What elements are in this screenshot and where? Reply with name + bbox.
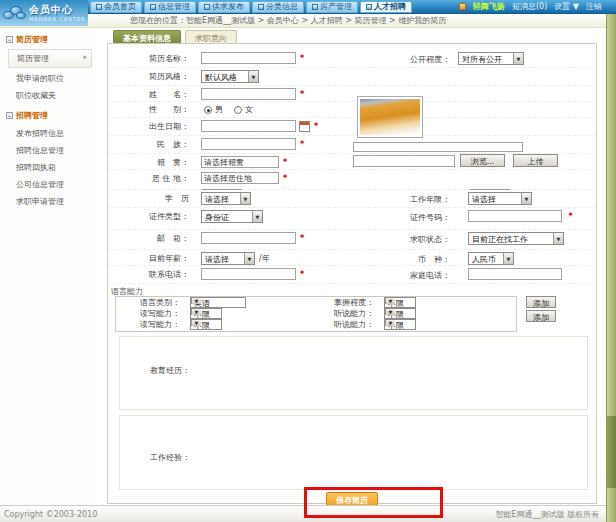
photo-image — [360, 99, 420, 135]
nav-label: 信息管理 — [158, 1, 190, 12]
native-place-label: 籍 贯： — [108, 157, 189, 168]
collapse-icon[interactable]: - — [6, 112, 13, 119]
photo-file-input[interactable] — [353, 155, 455, 167]
currency-select[interactable]: 人民币 ▼ — [468, 252, 514, 265]
gender-male-label: 男 — [215, 104, 223, 115]
required-mark: * — [569, 212, 573, 221]
email-label: 邮 箱： — [108, 233, 189, 244]
supply-demand-icon — [204, 4, 210, 10]
id-type-select[interactable]: 身份证 ▼ — [201, 210, 263, 223]
scrollbar[interactable] — [606, 14, 616, 522]
sidebar-item-job-info-management[interactable]: 招聘信息管理 — [0, 142, 96, 159]
sidebar-item-recruit-inbox[interactable]: 招聘回执箱 — [0, 159, 96, 176]
chevron-down-icon: ▼ — [252, 211, 262, 222]
language-type-select[interactable]: 英语 ▼ — [190, 297, 246, 308]
gender-female-radio[interactable] — [234, 106, 242, 114]
tab-job-intention[interactable]: 求职意向 — [185, 30, 237, 43]
upload-button[interactable]: 上传 — [513, 154, 558, 167]
nav-tab-classified-info[interactable]: 分类信息 — [252, 1, 304, 13]
education-experience-label: 教育经历： — [150, 365, 190, 376]
row-education: 学 历 请选择 ▼ 工作年限： 请选择 ▼ — [108, 190, 596, 208]
resume-name-label: 简历名称： — [108, 53, 189, 64]
scrollbar-thumb[interactable] — [607, 416, 616, 488]
birth-date-label: 出生日期： — [108, 121, 189, 132]
language-row: 语言类别： 英语 ▼ 掌握程度： 不限 ▼ — [116, 297, 516, 308]
nav-tab-supply-demand[interactable]: 供求发布 — [198, 1, 250, 13]
education-select[interactable]: 请选择 ▼ — [201, 192, 251, 205]
education-label: 学 历 — [108, 193, 189, 204]
id-number-input[interactable] — [468, 210, 562, 222]
photo-path-display — [353, 142, 523, 152]
chevron-down-icon: ▼ — [385, 298, 395, 304]
name-input[interactable] — [201, 88, 296, 100]
mastery-select[interactable]: 不限 ▼ — [384, 297, 416, 308]
education-experience-panel: 教育经历： — [119, 336, 588, 410]
salary-select[interactable]: 请选择 ▼ — [201, 252, 255, 265]
language-type-label: 语言类别： — [120, 297, 180, 308]
home-phone-input[interactable] — [468, 268, 562, 280]
browse-button[interactable]: 浏览... — [460, 154, 505, 167]
sidebar-item-company-info[interactable]: 公司信息管理 — [0, 176, 96, 193]
sidebar-item-job-favorites[interactable]: 职位收藏夹 — [0, 87, 96, 104]
collapse-icon[interactable]: - — [6, 36, 13, 43]
id-type-label: 证件类型： — [108, 211, 189, 222]
nav-tab-info-management[interactable]: 信息管理 — [144, 1, 196, 13]
listen-speak-label: 听说能力： — [314, 308, 374, 319]
sidebar-section-recruit: - 招聘管理 — [6, 110, 96, 121]
id-number-label: 证件号码： — [360, 212, 450, 223]
chevron-down-icon: ▼ — [513, 53, 523, 64]
add-language-button[interactable]: 添加 — [526, 310, 556, 322]
residence-input[interactable] — [201, 172, 279, 184]
work-experience-panel: 工作经验： — [119, 415, 588, 490]
required-mark: * — [300, 90, 304, 99]
calendar-icon[interactable] — [299, 121, 310, 132]
chevron-down-icon: ▼ — [385, 309, 395, 315]
sidebar-item-publish-job[interactable]: 发布招聘信息 — [0, 125, 96, 142]
email-input[interactable] — [201, 232, 296, 244]
listen-speak-select[interactable]: 不限 ▼ — [384, 319, 416, 330]
tab-basic-info[interactable]: 基本资料信息 — [113, 30, 181, 43]
gender-male-radio[interactable] — [204, 106, 212, 114]
sidebar-item-application-management[interactable]: 求职申请管理 — [0, 193, 96, 210]
chevron-down-icon: ▼ — [191, 298, 201, 304]
work-experience-label: 工作经验： — [150, 452, 190, 463]
native-place-input[interactable] — [201, 156, 279, 168]
resume-style-select[interactable]: 默认风格 ▼ — [201, 70, 259, 83]
job-status-select[interactable]: 目前正在找工作 ▼ — [468, 232, 564, 245]
chevron-down-icon: ▼ — [248, 71, 258, 82]
work-years-select[interactable]: 请选择 ▼ — [468, 192, 532, 205]
public-level-select[interactable]: 对所有公开 ▼ — [458, 52, 524, 65]
row-id: 证件类型： 身份证 ▼ 证件号码： * — [108, 208, 596, 230]
resume-name-input[interactable] — [201, 52, 296, 64]
chevron-down-icon: ▼ — [244, 253, 254, 264]
sidebar-item-my-applications[interactable]: 我申请的职位 — [0, 70, 96, 87]
read-write-label: 读写能力： — [120, 319, 180, 330]
nav-tab-property[interactable]: 房产管理 — [306, 1, 358, 13]
settings-menu[interactable]: 设置 ▼ — [554, 1, 579, 12]
nav-tab-talent-recruit[interactable]: 人才招聘 — [360, 1, 412, 13]
breadcrumb-prefix: 您现在的位置： — [130, 15, 186, 26]
residence-label: 居 住 地： — [108, 173, 189, 184]
phone-label: 联系电话： — [108, 269, 189, 280]
nation-input[interactable] — [201, 138, 296, 150]
birth-date-input[interactable] — [201, 120, 296, 132]
language-box: 语言类别： 英语 ▼ 掌握程度： 不限 ▼ 读写能力： — [115, 296, 517, 332]
username: 轻舞飞扬 — [473, 1, 505, 12]
photo-preview — [357, 96, 423, 138]
required-mark: * — [300, 140, 304, 149]
read-write-select[interactable]: 不限 ▼ — [190, 308, 222, 319]
top-navbar: 会员首页 信息管理 供求发布 分类信息 房产管理 人才招聘 — [0, 0, 616, 14]
read-write-select[interactable]: 不限 ▼ — [190, 319, 222, 330]
messages-link[interactable]: 短消息(0) — [512, 1, 547, 12]
add-language-button[interactable]: 添加 — [526, 296, 556, 308]
logo-title: 会员中心 — [29, 5, 86, 15]
chevron-down-icon: ▼ — [191, 320, 201, 326]
logo: 会员中心 MEMBER CENTER — [0, 0, 88, 26]
section-title: 招聘管理 — [16, 110, 48, 121]
sidebar-item-resume-management[interactable]: 简历管理 ▸ — [8, 49, 92, 68]
row-phone: 联系电话： * 家庭电话： — [108, 266, 596, 284]
nav-tab-member-home[interactable]: 会员首页 — [90, 1, 142, 13]
logout-link[interactable]: 注销 — [586, 1, 602, 12]
phone-input[interactable] — [201, 268, 296, 280]
listen-speak-select[interactable]: 不限 ▼ — [384, 308, 416, 319]
